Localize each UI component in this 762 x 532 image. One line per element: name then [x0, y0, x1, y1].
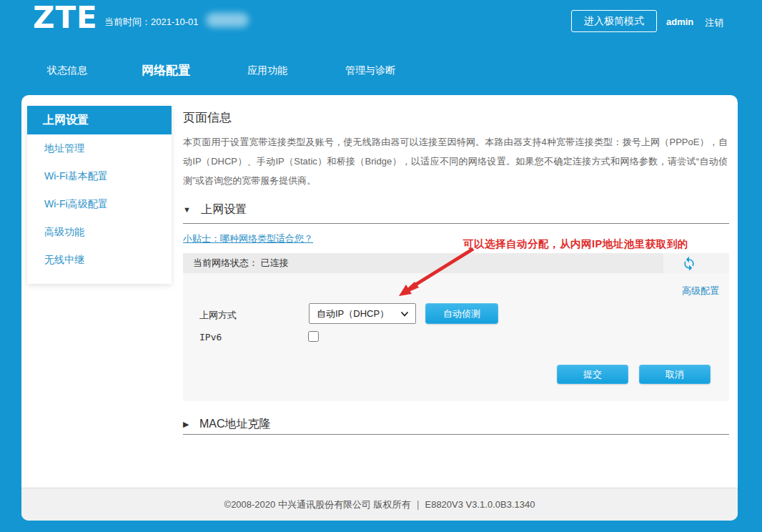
- ipv6-label: IPv6: [199, 332, 222, 343]
- sidebar-menu: 上网设置 地址管理 Wi-Fi基本配置 Wi-Fi高级配置 高级功能 无线中继: [27, 106, 172, 284]
- page-title: 页面信息: [183, 109, 232, 126]
- zte-logo: ZTE: [33, 0, 98, 35]
- collapse-triangle-icon: ▼: [183, 205, 191, 214]
- ipv6-checkbox[interactable]: [308, 331, 319, 342]
- content-panel: 上网设置 地址管理 Wi-Fi基本配置 Wi-Fi高级配置 高级功能 无线中继 …: [21, 95, 738, 521]
- status-refresh-area: [663, 253, 729, 273]
- network-type-tip-link[interactable]: 小贴士：哪种网络类型适合您？: [183, 232, 313, 245]
- expand-triangle-icon: ▶: [183, 420, 189, 428]
- connection-type-selected-value: 自动IP（DHCP）: [317, 308, 389, 319]
- router-admin-page: ZTE 当前时间：2021-10-01 进入极简模式 admin 注销 状态信息…: [0, 0, 762, 532]
- mac-clone-section-header[interactable]: ▶ MAC地址克隆: [183, 413, 729, 435]
- internet-settings-form: 高级配置 上网方式 自动IP（DHCP） 自动侦测 IPv6 提交 取消: [183, 273, 729, 401]
- time-blur-redaction: [206, 13, 249, 27]
- internet-settings-section-header[interactable]: ▼ 上网设置: [183, 202, 729, 224]
- annotation-text: 可以选择自动分配，从内网IP地址池里获取到的: [463, 237, 688, 251]
- sidebar-item-advanced-functions[interactable]: 高级功能: [27, 218, 172, 246]
- chevron-down-icon: [400, 310, 409, 318]
- mac-clone-section-title: MAC地址克隆: [199, 418, 271, 430]
- network-status-label: 当前网络状态：: [193, 257, 258, 268]
- username-label: admin: [666, 16, 693, 27]
- tab-applications[interactable]: 应用功能: [247, 64, 287, 77]
- tab-network-config[interactable]: 网络配置: [142, 62, 190, 79]
- sidebar-item-wifi-advanced[interactable]: Wi-Fi高级配置: [27, 190, 172, 218]
- sidebar-item-wifi-basic[interactable]: Wi-Fi基本配置: [27, 162, 172, 190]
- connection-type-label: 上网方式: [199, 309, 237, 322]
- refresh-icon[interactable]: [682, 256, 696, 270]
- logout-link[interactable]: 注销: [705, 16, 723, 29]
- sidebar-item-wireless-repeater[interactable]: 无线中继: [27, 246, 172, 274]
- auto-detect-button[interactable]: 自动侦测: [425, 303, 498, 324]
- simple-mode-button[interactable]: 进入极简模式: [571, 10, 657, 32]
- sidebar-item-address-management[interactable]: 地址管理: [27, 134, 172, 162]
- footer-copyright: ©2008-2020 中兴通讯股份有限公司 版权所有 ｜ E8820V3 V3.…: [21, 488, 738, 521]
- internet-settings-section-title: 上网设置: [201, 203, 247, 215]
- cancel-button[interactable]: 取消: [639, 365, 711, 384]
- tab-management-diagnostics[interactable]: 管理与诊断: [345, 64, 395, 77]
- network-status-bar: 当前网络状态： 已连接: [183, 253, 729, 273]
- main-content: 页面信息 本页面用于设置宽带连接类型及账号，使无线路由器可以连接至因特网。本路由…: [183, 95, 729, 521]
- connection-type-select[interactable]: 自动IP（DHCP）: [309, 303, 416, 324]
- advanced-config-link[interactable]: 高级配置: [682, 285, 719, 297]
- current-time-label: 当前时间：2021-10-01: [104, 16, 199, 29]
- submit-button[interactable]: 提交: [557, 365, 628, 384]
- page-description: 本页面用于设置宽带连接类型及账号，使无线路由器可以连接至因特网。本路由器支持4种…: [183, 132, 728, 190]
- tab-status-info[interactable]: 状态信息: [47, 64, 87, 77]
- network-status-value: 已连接: [261, 257, 289, 268]
- sidebar-item-internet-settings[interactable]: 上网设置: [27, 106, 172, 134]
